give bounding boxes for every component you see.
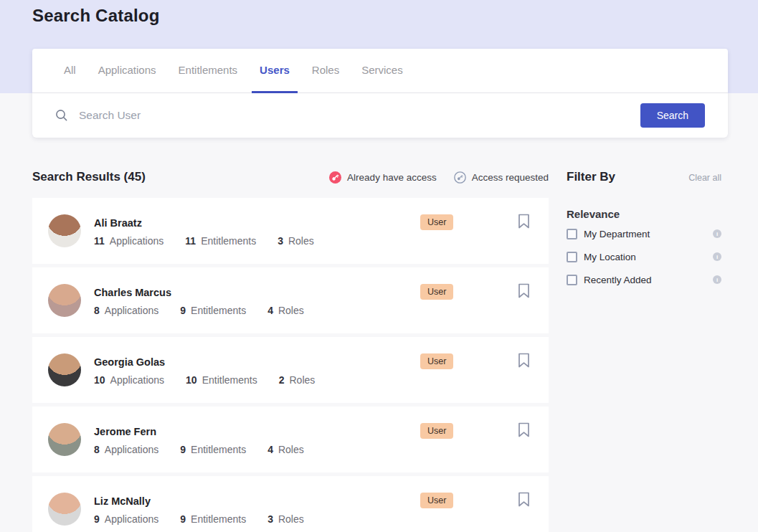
entitlements-label: Entitlements xyxy=(191,305,246,316)
applications-count: 9 xyxy=(94,513,100,525)
bookmark-icon[interactable] xyxy=(518,492,530,507)
bookmark-icon[interactable] xyxy=(518,283,530,298)
user-stats: 8Applications 9Entitlements 4Roles xyxy=(94,444,326,455)
roles-count: 2 xyxy=(279,374,285,386)
card-info: Jerome Fern 8Applications 9Entitlements … xyxy=(94,426,326,455)
roles-count: 3 xyxy=(267,513,273,525)
filter-option-my-location: My Location i xyxy=(567,247,721,266)
type-badge: User xyxy=(420,284,453,300)
bookmark-icon[interactable] xyxy=(518,422,530,437)
user-result-card[interactable]: Georgia Golas 10Applications 10Entitleme… xyxy=(32,337,549,403)
clear-all-link[interactable]: Clear all xyxy=(688,173,721,183)
results-list: Ali Braatz 11Applications 11Entitlements… xyxy=(32,198,549,532)
search-button[interactable]: Search xyxy=(640,103,705,128)
results-header: Search Results (45) Already have access … xyxy=(32,170,549,184)
user-name: Liz McNally xyxy=(94,495,326,507)
entitlements-label: Entitlements xyxy=(201,235,256,247)
roles-count: 4 xyxy=(267,444,273,455)
tab-all[interactable]: All xyxy=(56,49,84,93)
roles-count: 3 xyxy=(278,235,283,247)
access-legend: Already have access Access requested xyxy=(329,171,549,184)
info-icon[interactable]: i xyxy=(713,229,721,238)
roles-label: Roles xyxy=(278,444,304,455)
avatar xyxy=(48,353,81,386)
search-panel: All Applications Entitlements Users Role… xyxy=(32,49,728,138)
tab-services[interactable]: Services xyxy=(354,49,411,93)
bookmark-icon[interactable] xyxy=(518,353,530,368)
page-title: Search Catalog xyxy=(32,6,160,26)
tab-roles[interactable]: Roles xyxy=(304,49,347,93)
user-name: Georgia Golas xyxy=(94,356,336,368)
applications-label: Applications xyxy=(110,235,164,247)
legend-access-requested: Access requested xyxy=(454,171,549,184)
user-result-card[interactable]: Ali Braatz 11Applications 11Entitlements… xyxy=(32,198,549,264)
filter-title: Filter By xyxy=(567,170,615,184)
user-name: Jerome Fern xyxy=(94,426,326,437)
filter-panel: Filter By Clear all Relevance My Departm… xyxy=(567,170,721,289)
avatar xyxy=(48,284,81,317)
entitlements-label: Entitlements xyxy=(191,513,246,525)
user-stats: 11Applications 11Entitlements 3Roles xyxy=(94,235,336,247)
search-bar: Search xyxy=(32,93,728,138)
roles-label: Roles xyxy=(290,374,316,386)
roles-label: Roles xyxy=(278,305,304,316)
applications-count: 8 xyxy=(94,444,100,455)
filter-header: Filter By Clear all xyxy=(567,170,721,184)
search-icon xyxy=(55,109,68,122)
recently-added-checkbox[interactable] xyxy=(567,275,577,285)
filter-option-recently-added: Recently Added i xyxy=(567,270,721,289)
card-info: Ali Braatz 11Applications 11Entitlements… xyxy=(94,217,336,247)
card-info: Georgia Golas 10Applications 10Entitleme… xyxy=(94,356,336,386)
user-result-card[interactable]: Liz McNally 9Applications 9Entitlements … xyxy=(32,476,549,532)
entitlements-count: 9 xyxy=(180,513,186,525)
roles-label: Roles xyxy=(288,235,314,247)
my-location-checkbox[interactable] xyxy=(567,252,577,262)
applications-count: 11 xyxy=(94,235,105,247)
bookmark-icon[interactable] xyxy=(518,214,530,229)
applications-count: 8 xyxy=(94,305,100,316)
roles-label: Roles xyxy=(278,513,304,525)
applications-label: Applications xyxy=(105,305,159,316)
user-result-card[interactable]: Charles Marcus 8Applications 9Entitlemen… xyxy=(32,267,549,333)
key-filled-icon xyxy=(329,171,341,184)
legend-already-have-access: Already have access xyxy=(329,171,437,184)
filter-section-relevance: Relevance xyxy=(567,208,721,220)
entitlements-count: 9 xyxy=(180,444,186,455)
entitlements-count: 9 xyxy=(180,305,186,316)
avatar xyxy=(48,493,81,526)
entitlements-label: Entitlements xyxy=(191,444,246,455)
applications-label: Applications xyxy=(105,444,159,455)
type-badge: User xyxy=(420,353,453,369)
user-result-card[interactable]: Jerome Fern 8Applications 9Entitlements … xyxy=(32,407,549,472)
legend-label: Already have access xyxy=(347,172,437,183)
option-label: My Department xyxy=(584,229,650,239)
user-stats: 10Applications 10Entitlements 2Roles xyxy=(94,374,336,386)
filter-option-my-department: My Department i xyxy=(567,224,721,243)
entitlements-count: 11 xyxy=(185,235,196,247)
card-info: Charles Marcus 8Applications 9Entitlemen… xyxy=(94,287,326,316)
roles-count: 4 xyxy=(267,305,273,316)
legend-label: Access requested xyxy=(472,172,549,183)
tab-entitlements[interactable]: Entitlements xyxy=(171,49,246,93)
option-label: My Location xyxy=(584,252,636,262)
my-department-checkbox[interactable] xyxy=(567,229,577,239)
search-input[interactable] xyxy=(79,109,640,122)
tab-users[interactable]: Users xyxy=(252,49,298,93)
type-badge: User xyxy=(420,423,453,439)
user-name: Ali Braatz xyxy=(94,217,336,229)
info-icon[interactable]: i xyxy=(713,275,721,284)
user-name: Charles Marcus xyxy=(94,287,326,298)
type-badge: User xyxy=(420,493,453,508)
tab-applications[interactable]: Applications xyxy=(90,49,164,93)
key-outline-icon xyxy=(454,171,466,184)
applications-label: Applications xyxy=(110,374,165,386)
entitlements-count: 10 xyxy=(186,374,197,386)
user-stats: 9Applications 9Entitlements 3Roles xyxy=(94,513,326,525)
avatar xyxy=(48,423,81,456)
entitlements-label: Entitlements xyxy=(202,374,257,386)
applications-count: 10 xyxy=(94,374,105,386)
info-icon[interactable]: i xyxy=(713,252,721,261)
avatar xyxy=(48,214,81,247)
tab-bar: All Applications Entitlements Users Role… xyxy=(32,49,728,93)
type-badge: User xyxy=(420,214,453,230)
